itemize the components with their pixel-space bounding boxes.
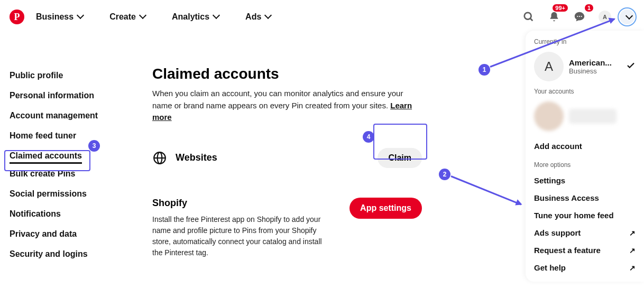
dropdown-item-label: Ads support: [534, 228, 581, 237]
nav-business[interactable]: Business: [31, 7, 88, 27]
current-account-avatar: A: [534, 52, 564, 81]
msg-badge: 1: [585, 4, 593, 12]
annotation-marker-1: 1: [479, 64, 490, 76]
sidebar-item-personal-information[interactable]: Personal information: [10, 86, 94, 106]
topbar: P Business Create Analytics Ads 99+ 1 A: [0, 0, 644, 34]
blurred-avatar: [534, 101, 564, 131]
dropdown-item-label: Business Access: [534, 193, 599, 202]
current-account-name: American...: [569, 58, 612, 67]
annotation-frame-3: [4, 150, 90, 171]
sidebar-item-notifications[interactable]: Notifications: [10, 204, 61, 224]
other-account-row[interactable]: [532, 98, 638, 137]
account-dropdown: Currently in A American... Business Your…: [526, 31, 644, 282]
chevron-down-icon: [140, 14, 145, 20]
svg-line-1: [530, 18, 533, 21]
nav-business-label: Business: [36, 12, 73, 22]
dropdown-get-help[interactable]: Get help↗: [532, 259, 638, 276]
dropdown-item-label: Get help: [534, 263, 566, 272]
chat-icon: [574, 11, 585, 23]
pinterest-logo-glyph: P: [14, 12, 20, 23]
add-account-label: Add account: [534, 142, 582, 151]
pinterest-logo[interactable]: P: [10, 10, 24, 24]
globe-icon: [152, 151, 167, 165]
dropdown-item-label: Request a feature: [534, 246, 601, 255]
nav-analytics-label: Analytics: [172, 12, 209, 22]
svg-point-2: [577, 16, 578, 17]
annotation-marker-3: 3: [88, 140, 100, 152]
dropdown-ads-support[interactable]: Ads support↗: [532, 224, 638, 241]
annotation-marker-2: 2: [439, 169, 450, 180]
check-icon: [626, 61, 636, 72]
websites-label: Websites: [176, 152, 217, 163]
chevron-down-icon: [214, 14, 219, 20]
sidebar-item-privacy-and-data[interactable]: Privacy and data: [10, 224, 77, 244]
notif-badge: 99+: [553, 4, 568, 12]
chevron-down-icon: [627, 14, 632, 20]
nav-analytics[interactable]: Analytics: [167, 7, 224, 27]
external-link-icon: ↗: [629, 264, 636, 272]
sidebar-item-account-management[interactable]: Account management: [10, 106, 98, 126]
annotation-frame-4: [373, 124, 427, 160]
dropdown-item-label: Tune your home feed: [534, 211, 614, 220]
app-settings-button[interactable]: App settings: [349, 198, 422, 219]
notifications-button[interactable]: 99+: [544, 6, 565, 27]
nav-ads-label: Ads: [245, 12, 261, 22]
nav-ads[interactable]: Ads: [240, 7, 276, 27]
shopify-row: Shopify Install the free Pinterest app o…: [152, 198, 422, 258]
topbar-right: 99+ 1 A: [518, 6, 634, 27]
dropdown-request-feature[interactable]: Request a feature↗: [532, 241, 638, 259]
current-account-type: Business: [569, 67, 612, 75]
add-account-item[interactable]: Add account: [532, 137, 638, 155]
sidebar-item-home-feed-tuner[interactable]: Home feed tuner: [10, 126, 76, 146]
nav-create-label: Create: [109, 12, 136, 22]
messages-button[interactable]: 1: [569, 6, 590, 27]
page-description-text: When you claim an account, you can monit…: [152, 89, 403, 110]
bell-icon: [548, 11, 560, 23]
chevron-down-icon: [78, 14, 83, 20]
dropdown-settings[interactable]: Settings: [532, 172, 638, 189]
page-description: When you claim an account, you can monit…: [152, 88, 422, 124]
blurred-name: [569, 109, 617, 124]
annotation-marker-4: 4: [363, 131, 374, 143]
your-accounts-label: Your accounts: [532, 88, 638, 95]
nav-create[interactable]: Create: [104, 7, 151, 27]
sidebar-item-security-and-logins[interactable]: Security and logins: [10, 244, 88, 264]
shopify-title: Shopify: [152, 198, 332, 209]
current-account-row[interactable]: A American... Business: [532, 49, 638, 88]
dropdown-item-label: Settings: [534, 176, 565, 185]
dropdown-business-access[interactable]: Business Access: [532, 189, 638, 207]
sidebar-item-social-permissions[interactable]: Social permissions: [10, 184, 87, 204]
search-button[interactable]: [518, 6, 539, 27]
shopify-desc: Install the free Pinterest app on Shopif…: [152, 214, 332, 258]
svg-point-0: [525, 13, 531, 20]
sidebar-item-public-profile[interactable]: Public profile: [10, 66, 63, 86]
more-options-label: More options: [532, 161, 638, 169]
account-menu-toggle[interactable]: [620, 10, 634, 24]
search-icon: [523, 11, 535, 23]
page-title: Claimed accounts: [152, 66, 522, 82]
external-link-icon: ↗: [629, 246, 636, 255]
svg-point-3: [579, 16, 580, 17]
chevron-down-icon: [265, 14, 271, 20]
dropdown-tune-home-feed[interactable]: Tune your home feed: [532, 207, 638, 224]
svg-point-4: [581, 16, 582, 17]
external-link-icon: ↗: [629, 229, 636, 237]
